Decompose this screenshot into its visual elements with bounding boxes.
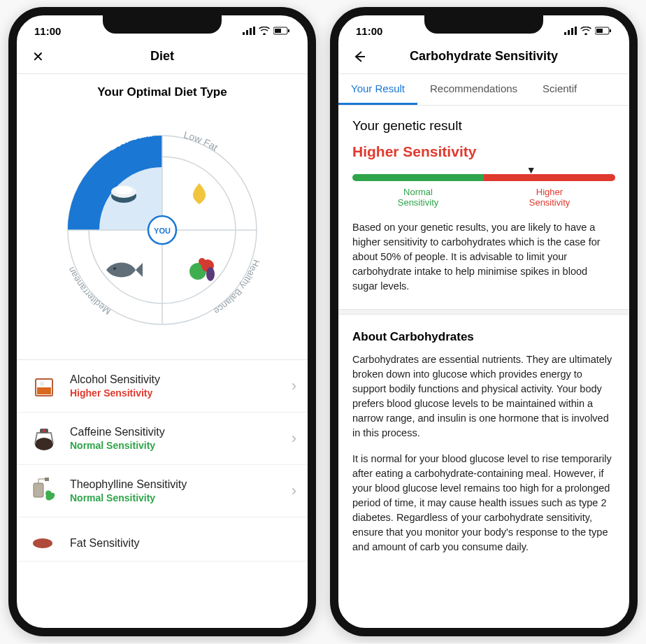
list-sub: Normal Sensitivity	[70, 492, 282, 503]
result-value: Higher Sensitivity	[352, 143, 615, 160]
tea-bag-icon	[28, 475, 60, 507]
notch	[103, 14, 222, 34]
list-sub: Normal Sensitivity	[70, 440, 282, 451]
tab-scientific[interactable]: Scientif	[530, 74, 589, 105]
svg-rect-26	[40, 382, 44, 386]
list-title: Caffeine Sensitivity	[70, 426, 282, 438]
signal-icon	[564, 27, 577, 35]
veggies-icon	[189, 258, 215, 281]
result-heading: Your genetic result	[352, 118, 615, 134]
svg-point-27	[35, 438, 53, 450]
battery-icon	[595, 27, 612, 35]
fish-icon	[106, 263, 143, 278]
svg-rect-38	[596, 29, 603, 33]
oil-drop-icon	[193, 183, 206, 204]
svg-text:Healthy Balance: Healthy Balance	[212, 258, 261, 317]
about-paragraph-1: Carbohydrates are essential nutrients. T…	[352, 352, 615, 441]
tab-your-result[interactable]: Your Result	[338, 74, 417, 105]
status-time: 11:00	[34, 25, 61, 37]
scale-high-segment	[484, 174, 615, 181]
tab-recommendations[interactable]: Recommendations	[417, 74, 530, 105]
svg-rect-3	[253, 27, 255, 35]
svg-point-22	[206, 267, 215, 281]
about-paragraph-2: It is normal for your blood glucose leve…	[352, 452, 615, 554]
scale-label-normal: Normal Sensitivity	[398, 187, 439, 208]
chevron-right-icon: ›	[292, 429, 296, 448]
svg-rect-6	[288, 29, 289, 32]
back-button[interactable]	[350, 47, 369, 66]
scale-marker: ▼	[526, 164, 536, 176]
phone-carb-detail: 11:00 Carbohydrate Sensitivity Your Resu…	[330, 7, 638, 636]
svg-rect-36	[575, 27, 577, 35]
svg-rect-2	[250, 28, 252, 35]
svg-rect-34	[568, 30, 570, 35]
header: ✕ Diet	[17, 42, 308, 74]
result-summary: Based on your genetic results, you are l…	[352, 220, 615, 294]
tabs: Your Result Recommendations Scientif	[338, 74, 629, 106]
svg-rect-31	[45, 478, 49, 481]
svg-rect-35	[571, 28, 573, 35]
list-title: Theophylline Sensitivity	[70, 478, 282, 491]
section-title: Your Optimal Diet Type	[17, 85, 308, 99]
list-title: Fat Sensitivity	[70, 537, 296, 550]
list-item-fat[interactable]: Fat Sensitivity	[17, 517, 308, 561]
svg-rect-30	[34, 483, 43, 497]
svg-rect-5	[275, 29, 281, 33]
scale-label-high: Higher Sensitivity	[529, 187, 570, 208]
battery-icon	[273, 27, 290, 35]
svg-text:Low Fat: Low Fat	[182, 129, 220, 153]
list-item-theophylline[interactable]: Theophylline Sensitivity Normal Sensitiv…	[17, 465, 308, 517]
svg-point-18	[115, 186, 132, 194]
notch	[424, 14, 543, 34]
svg-point-32	[33, 538, 52, 548]
bowl-icon	[111, 185, 136, 203]
sensitivity-scale: ▼ Normal Sensitivity Higher Sensitivity	[352, 174, 615, 208]
svg-rect-33	[564, 32, 566, 35]
status-icons	[243, 27, 290, 35]
svg-point-29	[43, 429, 45, 432]
signal-icon	[243, 27, 255, 35]
wifi-icon	[580, 27, 591, 35]
chevron-right-icon: ›	[292, 482, 296, 500]
svg-rect-39	[610, 29, 611, 32]
list-sub: Higher Sensitivity	[70, 387, 282, 399]
status-time: 11:00	[356, 25, 382, 37]
page-title: Carbohydrate Sensitivity	[338, 49, 629, 64]
close-button[interactable]: ✕	[28, 47, 48, 66]
section-divider	[338, 309, 629, 315]
meat-icon	[28, 527, 60, 559]
about-heading: About Carbohydrates	[352, 330, 615, 344]
svg-point-23	[199, 258, 206, 265]
svg-rect-25	[37, 387, 51, 394]
scale-normal-segment	[352, 174, 484, 181]
header: Carbohydrate Sensitivity	[338, 42, 629, 74]
page-title: Diet	[17, 49, 308, 64]
svg-rect-0	[243, 32, 245, 35]
svg-rect-1	[246, 30, 248, 35]
chevron-right-icon: ›	[292, 377, 296, 395]
diet-wheel: YOU Low Carb Low Fat Healthy Balance Med…	[17, 108, 308, 359]
coffee-pot-icon	[28, 422, 60, 455]
scroll-area[interactable]: Your Optimal Diet Type	[17, 74, 308, 628]
phone-diet-overview: 11:00 ✕ Diet Your Optimal Diet Type	[8, 7, 316, 636]
svg-point-19	[113, 267, 116, 270]
status-icons	[564, 27, 612, 35]
list-item-caffeine[interactable]: Caffeine Sensitivity Normal Sensitivity …	[17, 413, 308, 465]
list-item-alcohol[interactable]: Alcohol Sensitivity Higher Sensitivity ›	[17, 360, 308, 413]
scroll-area[interactable]: Your genetic result Higher Sensitivity ▼…	[338, 106, 629, 636]
list-title: Alcohol Sensitivity	[70, 373, 282, 386]
wheel-center: YOU	[154, 227, 171, 235]
svg-text:Mediterranean: Mediterranean	[66, 265, 113, 317]
whiskey-glass-icon	[28, 370, 60, 402]
wifi-icon	[259, 27, 270, 35]
